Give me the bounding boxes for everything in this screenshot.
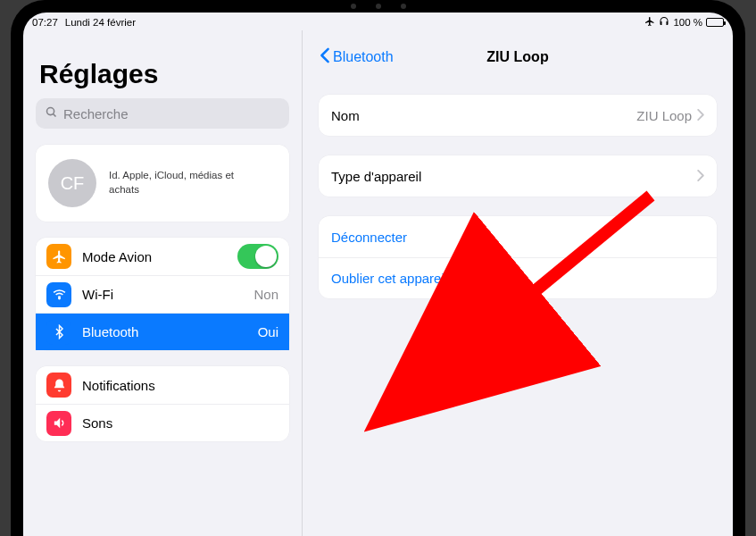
disconnect-button[interactable]: Déconnecter <box>319 216 717 257</box>
sidebar-item-wifi[interactable]: Wi-Fi Non <box>36 275 289 313</box>
device-type-row[interactable]: Type d'appareil <box>319 155 717 197</box>
wifi-value: Non <box>253 287 278 302</box>
airplane-icon <box>46 244 71 269</box>
back-label: Bluetooth <box>333 49 394 65</box>
profile-subtitle: Id. Apple, iCloud, médias et achats <box>109 169 252 197</box>
status-date: Lundi 24 février <box>65 17 136 28</box>
forget-label: Oublier cet appareil <box>331 271 447 286</box>
device-name-row[interactable]: Nom ZIU Loop <box>319 95 717 136</box>
headphones-icon <box>659 16 669 29</box>
device-frame: 07:27 Lundi 24 février 100 % Réglages <box>11 0 745 536</box>
airplane-label: Mode Avion <box>82 249 152 264</box>
status-bar: 07:27 Lundi 24 février 100 % <box>23 13 733 30</box>
disconnect-label: Déconnecter <box>331 230 407 245</box>
search-placeholder: Recherche <box>63 106 129 121</box>
type-label: Type d'appareil <box>331 169 421 184</box>
sound-icon <box>46 411 71 436</box>
connectivity-group: Mode Avion Wi-Fi Non Blue <box>36 238 289 350</box>
settings-sidebar: Réglages Recherche CF Id. Apple, iCloud,… <box>23 30 302 536</box>
device-notch <box>351 4 406 9</box>
name-label: Nom <box>331 108 360 123</box>
bluetooth-value: Oui <box>258 324 278 339</box>
airplane-toggle[interactable] <box>237 244 278 269</box>
battery-percent: 100 % <box>673 17 702 28</box>
wifi-label: Wi-Fi <box>82 287 113 302</box>
page-title: Réglages <box>36 43 289 98</box>
sidebar-item-notifications[interactable]: Notifications <box>36 366 289 404</box>
svg-point-0 <box>47 108 54 115</box>
sounds-label: Sons <box>82 415 112 431</box>
avatar: CF <box>48 159 96 207</box>
profile-card[interactable]: CF Id. Apple, iCloud, médias et achats <box>36 145 289 222</box>
notifications-label: Notifications <box>82 378 155 393</box>
detail-pane: Bluetooth ZIU Loop Nom ZIU Loop <box>302 30 733 536</box>
status-time: 07:27 <box>32 17 58 28</box>
bluetooth-label: Bluetooth <box>82 324 138 339</box>
nav-header: Bluetooth ZIU Loop <box>319 39 717 75</box>
bell-icon <box>46 373 71 398</box>
pane-title: ZIU Loop <box>486 49 548 65</box>
forget-device-button[interactable]: Oublier cet appareil <box>319 257 717 298</box>
wifi-icon <box>46 282 71 307</box>
svg-line-1 <box>54 114 56 117</box>
chevron-right-icon <box>697 169 704 184</box>
chevron-right-icon <box>697 108 704 123</box>
search-input[interactable]: Recherche <box>36 98 289 129</box>
sidebar-item-airplane[interactable]: Mode Avion <box>36 238 289 275</box>
search-icon <box>45 105 58 121</box>
bluetooth-icon <box>46 320 71 345</box>
svg-point-2 <box>58 297 59 298</box>
sidebar-item-bluetooth[interactable]: Bluetooth Oui <box>36 313 289 350</box>
name-value: ZIU Loop <box>636 108 692 123</box>
battery-icon <box>706 18 724 27</box>
screen: 07:27 Lundi 24 février 100 % Réglages <box>23 13 733 536</box>
sidebar-item-sounds[interactable]: Sons <box>36 404 289 441</box>
airplane-mode-icon <box>644 16 655 29</box>
back-button[interactable]: Bluetooth <box>319 47 394 67</box>
chevron-left-icon <box>319 47 331 67</box>
alerts-group: Notifications Sons <box>36 366 289 441</box>
